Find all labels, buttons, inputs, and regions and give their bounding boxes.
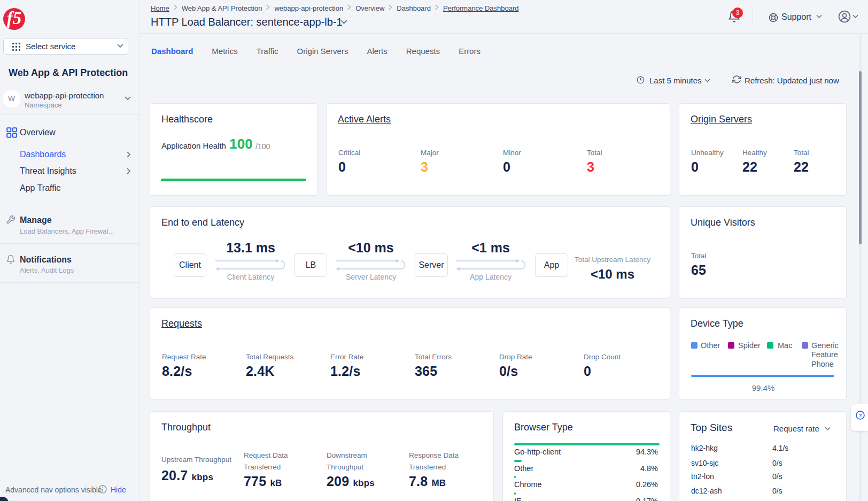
svg-text:?: ?: [858, 412, 862, 418]
